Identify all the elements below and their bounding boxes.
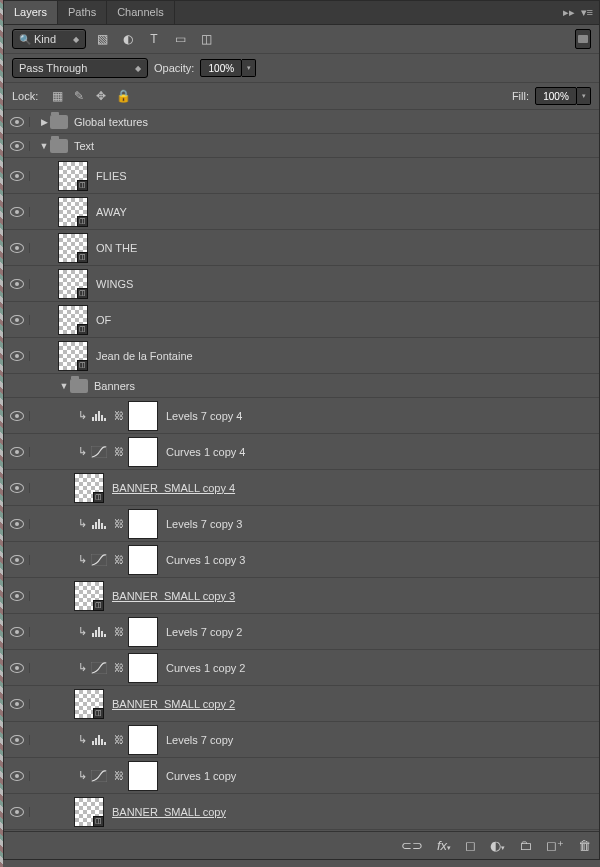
visibility-toggle[interactable]: [4, 699, 30, 709]
layer-thumbnail[interactable]: ◫: [74, 689, 104, 719]
mask-thumbnail[interactable]: [128, 725, 158, 755]
layer-style-icon[interactable]: fx▾: [437, 838, 451, 853]
layer-thumbnail[interactable]: ◫: [58, 197, 88, 227]
delete-layer-icon[interactable]: 🗑: [578, 838, 591, 853]
mask-link-icon[interactable]: ⛓: [114, 515, 124, 533]
adjustment-layer-row[interactable]: ↳⛓Curves 1 copy 4: [4, 434, 599, 470]
visibility-toggle[interactable]: [4, 279, 30, 289]
lock-position-icon[interactable]: ✥: [92, 87, 110, 105]
filter-toggle-switch[interactable]: [575, 29, 591, 49]
fill-slider-icon[interactable]: ▾: [577, 87, 591, 105]
adjustment-layer-row[interactable]: ↳⛓Levels 7 copy 4: [4, 398, 599, 434]
filter-smartobject-icon[interactable]: ◫: [196, 29, 216, 49]
mask-link-icon[interactable]: ⛓: [114, 659, 124, 677]
disclosure-icon[interactable]: ▶: [38, 117, 50, 127]
adjustment-layer-row[interactable]: ↳⛓Levels 7 copy 3: [4, 506, 599, 542]
group-text[interactable]: ▼ Text: [4, 134, 599, 158]
visibility-toggle[interactable]: [4, 771, 30, 781]
visibility-toggle[interactable]: [4, 519, 30, 529]
visibility-toggle[interactable]: [4, 555, 30, 565]
adjustment-layer-row[interactable]: ↳⛓Levels 7 copy 2: [4, 614, 599, 650]
adjustment-layer-row[interactable]: ↳⛓Curves 1 copy: [4, 758, 599, 794]
layer-thumbnail[interactable]: ◫: [74, 473, 104, 503]
mask-thumbnail[interactable]: [128, 437, 158, 467]
group-global-textures[interactable]: ▶ Global textures: [4, 110, 599, 134]
mask-link-icon[interactable]: ⛓: [114, 623, 124, 641]
opacity-value[interactable]: 100%: [200, 59, 242, 77]
link-layers-icon[interactable]: ⊂⊃: [401, 838, 423, 853]
adjustment-layer-row[interactable]: ↳⛓Curves 1 copy 3: [4, 542, 599, 578]
visibility-toggle[interactable]: [4, 627, 30, 637]
layer-thumbnail[interactable]: ◫: [58, 341, 88, 371]
visibility-toggle[interactable]: [4, 207, 30, 217]
panel-menu-icon[interactable]: ▾≡: [581, 6, 593, 19]
disclosure-icon[interactable]: ▼: [38, 141, 50, 151]
layer-thumbnail[interactable]: ◫: [58, 305, 88, 335]
mask-thumbnail[interactable]: [128, 653, 158, 683]
layer-row[interactable]: ◫Jean de la Fontaine: [4, 338, 599, 374]
filter-adjustment-icon[interactable]: ◐: [118, 29, 138, 49]
layer-thumbnail[interactable]: ◫: [58, 233, 88, 263]
visibility-toggle[interactable]: [4, 171, 30, 181]
collapse-icon[interactable]: ▸▸: [563, 6, 575, 19]
visibility-toggle[interactable]: [4, 447, 30, 457]
smartobject-layer-row[interactable]: ◫BANNER_SMALL copy 3: [4, 578, 599, 614]
mask-thumbnail[interactable]: [128, 617, 158, 647]
filter-type-icon[interactable]: T: [144, 29, 164, 49]
mask-thumbnail[interactable]: [128, 509, 158, 539]
mask-link-icon[interactable]: ⛓: [114, 731, 124, 749]
visibility-toggle[interactable]: [4, 117, 30, 127]
tab-channels[interactable]: Channels: [107, 1, 174, 24]
mask-thumbnail[interactable]: [128, 545, 158, 575]
opacity-slider-icon[interactable]: ▾: [242, 59, 256, 77]
visibility-toggle[interactable]: [4, 243, 30, 253]
layer-thumbnail[interactable]: ◫: [58, 269, 88, 299]
adjustment-layer-icon[interactable]: ◐▾: [490, 838, 505, 853]
visibility-toggle[interactable]: [4, 141, 30, 151]
layers-list[interactable]: ▶ Global textures ▼ Text ◫FLIES◫AWAY◫ON …: [4, 110, 599, 831]
smartobject-layer-row[interactable]: ◫BANNER_SMALL copy 2: [4, 686, 599, 722]
layer-row[interactable]: ◫ON THE: [4, 230, 599, 266]
visibility-toggle[interactable]: [4, 663, 30, 673]
lock-transparency-icon[interactable]: ▦: [48, 87, 66, 105]
group-banners[interactable]: ▼ Banners: [4, 374, 599, 398]
visibility-toggle[interactable]: [4, 315, 30, 325]
adjustment-layer-row[interactable]: ↳⛓Levels 7 copy: [4, 722, 599, 758]
adjustment-layer-row[interactable]: ↳⛓Levels 7: [4, 830, 599, 831]
mask-link-icon[interactable]: ⛓: [114, 767, 124, 785]
visibility-toggle[interactable]: [4, 735, 30, 745]
visibility-toggle[interactable]: [4, 411, 30, 421]
filter-shape-icon[interactable]: ▭: [170, 29, 190, 49]
layer-thumbnail[interactable]: ◫: [74, 797, 104, 827]
mask-thumbnail[interactable]: [128, 401, 158, 431]
filter-kind-select[interactable]: 🔍Kind ◆: [12, 29, 86, 49]
lock-all-icon[interactable]: 🔒: [114, 87, 132, 105]
mask-link-icon[interactable]: ⛓: [114, 551, 124, 569]
visibility-toggle[interactable]: [4, 807, 30, 817]
layer-mask-icon[interactable]: ◻: [465, 838, 476, 853]
mask-link-icon[interactable]: ⛓: [114, 407, 124, 425]
smartobject-layer-row[interactable]: ◫BANNER_SMALL copy: [4, 794, 599, 830]
tab-paths[interactable]: Paths: [58, 1, 107, 24]
mask-link-icon[interactable]: ⛓: [114, 443, 124, 461]
visibility-toggle[interactable]: [4, 351, 30, 361]
visibility-toggle[interactable]: [4, 483, 30, 493]
adjustment-layer-row[interactable]: ↳⛓Curves 1 copy 2: [4, 650, 599, 686]
disclosure-icon[interactable]: ▼: [58, 381, 70, 391]
blend-mode-select[interactable]: Pass Through ◆: [12, 58, 148, 78]
mask-thumbnail[interactable]: [128, 761, 158, 791]
new-layer-icon[interactable]: ◻⁺: [546, 838, 564, 853]
layer-row[interactable]: ◫FLIES: [4, 158, 599, 194]
layer-row[interactable]: ◫OF: [4, 302, 599, 338]
filter-pixel-icon[interactable]: ▧: [92, 29, 112, 49]
visibility-toggle[interactable]: [4, 591, 30, 601]
layer-row[interactable]: ◫AWAY: [4, 194, 599, 230]
layer-thumbnail[interactable]: ◫: [58, 161, 88, 191]
layer-row[interactable]: ◫WINGS: [4, 266, 599, 302]
new-group-icon[interactable]: 🗀: [519, 838, 532, 853]
smartobject-layer-row[interactable]: ◫BANNER_SMALL copy 4: [4, 470, 599, 506]
fill-value[interactable]: 100%: [535, 87, 577, 105]
tab-layers[interactable]: Layers: [4, 1, 58, 24]
lock-pixels-icon[interactable]: ✎: [70, 87, 88, 105]
layer-thumbnail[interactable]: ◫: [74, 581, 104, 611]
